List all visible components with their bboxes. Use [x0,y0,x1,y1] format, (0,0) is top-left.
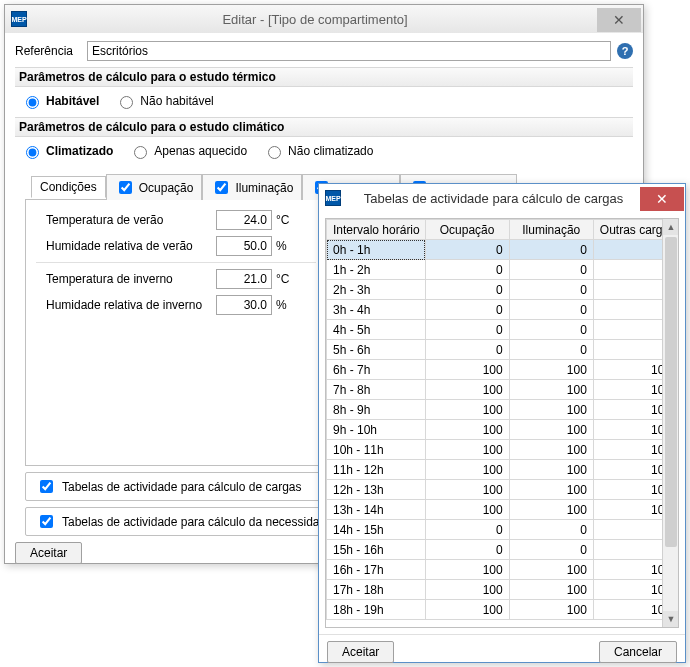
table-row[interactable]: 6h - 7h100100100 [327,360,678,380]
cell-lighting[interactable]: 0 [509,240,593,260]
cell-occupation[interactable]: 0 [425,320,509,340]
help-icon[interactable]: ? [617,43,633,59]
cell-interval[interactable]: 2h - 3h [327,280,426,300]
cell-lighting[interactable]: 0 [509,520,593,540]
cell-occupation[interactable]: 100 [425,480,509,500]
table-row[interactable]: 14h - 15h000 [327,520,678,540]
cell-occupation[interactable]: 100 [425,460,509,480]
table-row[interactable]: 17h - 18h100100100 [327,580,678,600]
radio-climatized[interactable]: Climatizado [21,143,113,159]
accept-button[interactable]: Aceitar [15,542,82,564]
cell-occupation[interactable]: 100 [425,560,509,580]
cell-interval[interactable]: 9h - 10h [327,420,426,440]
cell-lighting[interactable]: 100 [509,400,593,420]
table-row[interactable]: 8h - 9h100100100 [327,400,678,420]
cell-lighting[interactable]: 100 [509,580,593,600]
cell-lighting[interactable]: 100 [509,380,593,400]
reference-input[interactable] [87,41,611,61]
cell-lighting[interactable]: 100 [509,360,593,380]
table-row[interactable]: 5h - 6h000 [327,340,678,360]
winter-temp-input[interactable] [216,269,272,289]
col-interval[interactable]: Intervalo horário [327,220,426,240]
modal-accept-button[interactable]: Aceitar [327,641,394,663]
modal-cancel-button[interactable]: Cancelar [599,641,677,663]
cell-lighting[interactable]: 100 [509,460,593,480]
scroll-down-icon[interactable]: ▼ [663,611,679,627]
cell-lighting[interactable]: 100 [509,440,593,460]
radio-nonhabitable[interactable]: Não habitável [115,93,213,109]
cell-lighting[interactable]: 0 [509,300,593,320]
col-occupation[interactable]: Ocupação [425,220,509,240]
winter-hum-input[interactable] [216,295,272,315]
cell-lighting[interactable]: 100 [509,560,593,580]
cell-occupation[interactable]: 0 [425,340,509,360]
cell-interval[interactable]: 14h - 15h [327,520,426,540]
cell-occupation[interactable]: 100 [425,380,509,400]
table-row[interactable]: 15h - 16h000 [327,540,678,560]
cell-interval[interactable]: 5h - 6h [327,340,426,360]
tab-occupation[interactable]: Ocupação [106,174,203,200]
cell-interval[interactable]: 12h - 13h [327,480,426,500]
table-row[interactable]: 2h - 3h000 [327,280,678,300]
cell-occupation[interactable]: 100 [425,600,509,620]
cell-lighting[interactable]: 0 [509,320,593,340]
cell-occupation[interactable]: 0 [425,300,509,320]
cell-occupation[interactable]: 100 [425,420,509,440]
cell-occupation[interactable]: 0 [425,240,509,260]
table-row[interactable]: 1h - 2h000 [327,260,678,280]
summer-hum-input[interactable] [216,236,272,256]
radio-heated[interactable]: Apenas aquecido [129,143,247,159]
scroll-thumb[interactable] [665,237,677,547]
vertical-scrollbar[interactable]: ▲ ▼ [662,219,678,627]
table-row[interactable]: 10h - 11h100100100 [327,440,678,460]
cell-interval[interactable]: 7h - 8h [327,380,426,400]
tab-conditions[interactable]: Condições [31,176,106,198]
cell-interval[interactable]: 16h - 17h [327,560,426,580]
cell-occupation[interactable]: 100 [425,400,509,420]
cell-interval[interactable]: 10h - 11h [327,440,426,460]
close-button[interactable]: ✕ [597,8,641,32]
cell-occupation[interactable]: 100 [425,440,509,460]
table-row[interactable]: 3h - 4h000 [327,300,678,320]
cell-interval[interactable]: 18h - 19h [327,600,426,620]
scroll-up-icon[interactable]: ▲ [663,219,679,235]
cell-interval[interactable]: 3h - 4h [327,300,426,320]
tab-lighting[interactable]: Iluminação [202,174,302,200]
cell-lighting[interactable]: 100 [509,600,593,620]
table-row[interactable]: 4h - 5h000 [327,320,678,340]
cell-occupation[interactable]: 100 [425,360,509,380]
cell-occupation[interactable]: 0 [425,540,509,560]
cell-interval[interactable]: 13h - 14h [327,500,426,520]
cell-occupation[interactable]: 0 [425,520,509,540]
summer-temp-input[interactable] [216,210,272,230]
cell-interval[interactable]: 8h - 9h [327,400,426,420]
cell-interval[interactable]: 6h - 7h [327,360,426,380]
radio-habitable[interactable]: Habitável [21,93,99,109]
col-lighting[interactable]: Iluminação [509,220,593,240]
cell-lighting[interactable]: 0 [509,540,593,560]
cell-lighting[interactable]: 100 [509,420,593,440]
table-row[interactable]: 16h - 17h100100100 [327,560,678,580]
table-row[interactable]: 0h - 1h000 [327,240,678,260]
cell-occupation[interactable]: 0 [425,260,509,280]
table-row[interactable]: 13h - 14h100100100 [327,500,678,520]
table-row[interactable]: 12h - 13h100100100 [327,480,678,500]
cell-lighting[interactable]: 100 [509,480,593,500]
table-row[interactable]: 9h - 10h100100100 [327,420,678,440]
cell-lighting[interactable]: 0 [509,280,593,300]
cell-occupation[interactable]: 100 [425,500,509,520]
cell-lighting[interactable]: 100 [509,500,593,520]
cell-lighting[interactable]: 0 [509,340,593,360]
cell-interval[interactable]: 11h - 12h [327,460,426,480]
cell-interval[interactable]: 4h - 5h [327,320,426,340]
cell-interval[interactable]: 15h - 16h [327,540,426,560]
cell-lighting[interactable]: 0 [509,260,593,280]
table-row[interactable]: 11h - 12h100100100 [327,460,678,480]
table-row[interactable]: 7h - 8h100100100 [327,380,678,400]
cell-interval[interactable]: 1h - 2h [327,260,426,280]
cell-occupation[interactable]: 0 [425,280,509,300]
radio-nonclimatized[interactable]: Não climatizado [263,143,373,159]
table-row[interactable]: 18h - 19h100100100 [327,600,678,620]
modal-close-button[interactable]: ✕ [640,187,684,211]
cell-interval[interactable]: 0h - 1h [327,240,426,260]
